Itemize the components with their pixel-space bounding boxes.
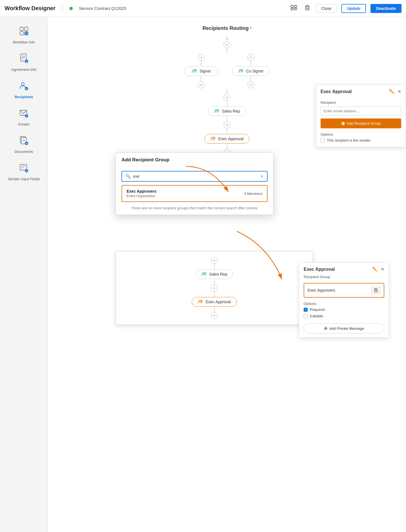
arrow-down-1: ↓ (226, 35, 228, 40)
panel-title: Exec Approval (321, 89, 352, 94)
sidebar: Workflow Info Agreement Info (0, 17, 48, 532)
modal-title: Add Recipient Group (122, 157, 169, 162)
group-result-item[interactable]: Exec Approvers Entire Organization 4 Mem… (122, 185, 268, 202)
panel2-edit-button[interactable]: ✏️ (372, 267, 378, 272)
lower-add-middle[interactable]: + (211, 285, 218, 291)
lower-routing: + Sales Rep + (116, 257, 313, 319)
panel2-close-button[interactable]: ✕ (381, 267, 384, 272)
update-button[interactable]: Update (341, 4, 366, 13)
exec-approval-node[interactable]: Exec Approval (204, 134, 250, 144)
required-label: Required (310, 307, 325, 312)
sales-rep-node[interactable]: Sales Rep (208, 106, 246, 116)
lower-add-top[interactable]: + (211, 257, 218, 264)
co-signer-label: Co Signer (246, 69, 264, 73)
add-signer-below[interactable]: + (198, 82, 205, 88)
documents-icon (19, 135, 29, 148)
search-box: 🔍 ✕ (122, 171, 268, 182)
group-members: 4 Members (244, 192, 262, 196)
sender-checkbox-label: This recipient is the sender (327, 138, 370, 142)
delete-icon-button[interactable] (303, 3, 312, 14)
add-cosigner-below[interactable]: + (248, 82, 254, 88)
header-divider (62, 4, 63, 13)
editable-label: Editable (310, 314, 323, 318)
sender-checkbox[interactable] (321, 139, 325, 142)
add-icon: ⊕ (341, 121, 345, 126)
add-middle[interactable]: + (224, 94, 230, 101)
options-label: Options (321, 132, 401, 137)
app-title: Workflow Designer (5, 5, 56, 12)
exec-approval-label: Exec Approval (218, 137, 244, 141)
add-node-top[interactable]: + (224, 41, 230, 48)
panel-edit-button[interactable]: ✏️ (389, 89, 395, 94)
panel2-title: Exec Approval (304, 267, 335, 272)
status-indicator (69, 7, 73, 10)
lower-sales-rep-node[interactable]: Sales Rep (195, 269, 233, 279)
sales-rep-label: Sales Rep (222, 109, 240, 113)
search-clear-button[interactable]: ✕ (260, 174, 264, 179)
add-private-message-button[interactable]: ⊕ Add Private Message (304, 323, 384, 333)
sidebar-item-documents[interactable]: Documents (4, 132, 44, 157)
svg-rect-2 (291, 8, 293, 10)
modal-body: 🔍 ✕ Exec Approvers Entire Organization 4… (116, 166, 273, 215)
lower-exec-approval-node[interactable]: Exec Approval (192, 297, 237, 307)
editable-checkbox-row: Editable (304, 314, 384, 318)
add-cosigner-above[interactable]: + (248, 54, 254, 61)
contract-name: Service Contract Q12025 (79, 6, 126, 11)
panel-body: Recipient ⊕ Add Recipient Group Options … (316, 97, 406, 147)
required-star: * (250, 27, 251, 32)
sidebar-item-workflow-info[interactable]: Workflow Info (4, 23, 44, 48)
svg-point-36 (211, 137, 213, 139)
header: Workflow Designer Service Contract Q1202… (0, 0, 406, 17)
add-group-label: Add Recipient Group (347, 121, 381, 126)
group-info: Exec Approvers Entire Organization (127, 189, 156, 198)
add-private-icon: ⊕ (324, 326, 328, 331)
recipient-group-name: Exec Approvers (308, 288, 335, 293)
svg-rect-3 (294, 8, 297, 10)
svg-rect-42 (374, 289, 377, 292)
sidebar-item-recipients[interactable]: Recipients (4, 77, 44, 102)
sidebar-item-agreement-info[interactable]: Agreement Info (4, 50, 44, 75)
sidebar-label-recipients: Recipients (15, 95, 33, 99)
add-below-salesrep[interactable]: + (224, 122, 230, 128)
add-private-label: Add Private Message (329, 326, 364, 331)
co-signer-node[interactable]: Co Signer (232, 66, 270, 76)
deactivate-button[interactable]: Deactivate (370, 4, 401, 13)
svg-rect-8 (25, 27, 28, 30)
signer-node[interactable]: Signer (184, 66, 218, 76)
svg-point-33 (241, 69, 243, 71)
recipient-field-label: Recipient (321, 100, 401, 105)
email-input[interactable] (321, 106, 401, 116)
lower-section: + Sales Rep + (116, 251, 313, 325)
options-section: Options This recipient is the sender (321, 132, 401, 142)
svg-point-37 (213, 137, 215, 139)
signer-label: Signer (200, 69, 211, 73)
panel2-options: Options ✓ Required Editable (299, 300, 389, 321)
connector-2 (227, 88, 227, 94)
panel-close-button[interactable]: ✕ (398, 89, 401, 94)
close-button[interactable]: Close (316, 4, 337, 13)
svg-point-32 (239, 69, 241, 71)
emails-icon (19, 108, 29, 120)
add-recipient-group-button[interactable]: ⊕ Add Recipient Group (321, 118, 401, 128)
svg-point-34 (215, 109, 217, 111)
required-checkbox[interactable]: ✓ (304, 308, 308, 312)
layout-icon-button[interactable] (289, 3, 299, 13)
svg-rect-1 (294, 5, 297, 7)
sender-checkbox-row: This recipient is the sender (321, 138, 401, 142)
add-signer-above[interactable]: + (198, 54, 205, 61)
editable-checkbox[interactable] (304, 314, 308, 318)
svg-point-31 (195, 69, 197, 71)
recipients-icon (19, 81, 29, 93)
group-scope: Entire Organization (127, 194, 156, 198)
lower-exec-approval-label: Exec Approval (206, 300, 231, 304)
required-checkbox-row: ✓ Required (304, 307, 384, 312)
search-input[interactable] (133, 174, 258, 179)
panel-header: Exec Approval ✏️ ✕ (316, 85, 406, 97)
sidebar-item-sender-input-fields[interactable]: Sender Input Fields (4, 159, 44, 184)
remove-group-button[interactable] (371, 286, 380, 294)
sidebar-label-workflow-info: Workflow Info (13, 40, 35, 44)
panel2-header: Exec Approval ✏️ ✕ (299, 263, 389, 275)
lower-add-bottom[interactable]: + (211, 312, 218, 319)
routing-title: Recipients Routing (202, 25, 249, 31)
sidebar-item-emails[interactable]: Emails (4, 105, 44, 130)
